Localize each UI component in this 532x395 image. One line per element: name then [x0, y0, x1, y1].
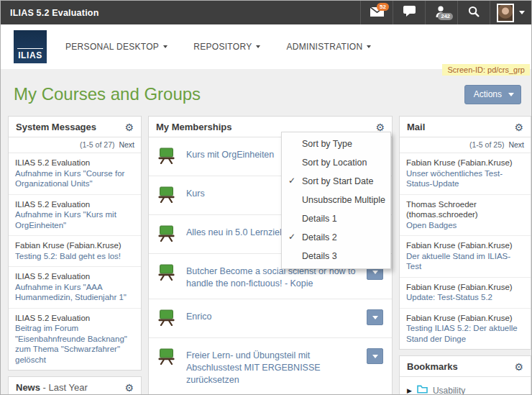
- course-link[interactable]: Enrico: [186, 309, 356, 323]
- item-subject-link[interactable]: Aufnahme in Kurs "Course for Organizatio…: [15, 168, 134, 189]
- mail-count-badge: 52: [377, 3, 389, 11]
- nav-label: REPOSITORY: [193, 42, 252, 52]
- top-bar-actions: 52 242: [360, 1, 531, 24]
- search-icon: [468, 6, 480, 20]
- list-item: Fabian Kruse (Fabian.Kruse) Unser wöchen…: [400, 153, 531, 195]
- page-title: My Courses and Groups: [14, 84, 201, 104]
- item-subject-link[interactable]: Testing 5.2: Bald geht es los!: [15, 251, 134, 262]
- panel-title: Bookmarks: [407, 361, 458, 372]
- page-header: My Courses and Groups Actions: [1, 69, 531, 116]
- memberships-context-menu: Sort by Type Sort by Location ✓Sort by S…: [281, 132, 391, 269]
- list-item: Fabian Kruse (Fabian.Kruse) Testing ILIA…: [400, 309, 531, 350]
- chat-button[interactable]: [393, 1, 425, 24]
- course-link[interactable]: Freier Lern- und Übungsteil mit Abschlus…: [186, 348, 356, 386]
- gear-icon[interactable]: ⚙: [514, 362, 523, 372]
- item-subject-link[interactable]: Beitrag im Forum "Eisenbahnfreunde Backn…: [15, 323, 134, 365]
- mail-subject-link[interactable]: Der aktuelle Stand im ILIAS-Test: [406, 251, 524, 272]
- menu-item-sort-by-location[interactable]: Sort by Location: [282, 153, 390, 172]
- next-link[interactable]: Next: [119, 140, 134, 149]
- chevron-down-icon: [508, 93, 514, 96]
- check-icon: ✓: [288, 176, 295, 186]
- course-icon: [157, 348, 175, 368]
- menu-item-sort-by-start-date[interactable]: ✓Sort by Start Date: [282, 172, 390, 191]
- list-item: ILIAS 5.2 Evaluation Aufnahme in Kurs "K…: [9, 195, 141, 237]
- left-column: System Messages ⚙ (1-5 of 27) Next ILIAS…: [8, 116, 142, 395]
- next-link[interactable]: Next: [508, 140, 524, 149]
- list-item: Fabian Kruse (Fabian.Kruse) Der aktuelle…: [400, 236, 531, 278]
- menu-item-details-2[interactable]: ✓Details 2: [282, 228, 390, 247]
- panel-title: News - Last Year: [16, 382, 88, 393]
- nav-repository[interactable]: REPOSITORY: [193, 42, 260, 52]
- pagination-range: (1-5 of 27): [80, 140, 114, 149]
- membership-row: Enrico: [149, 299, 392, 338]
- item-sender: ILIAS 5.2 Evaluation: [15, 271, 134, 282]
- who-is-online-button[interactable]: 242: [425, 1, 457, 24]
- item-subject-link[interactable]: Aufnahme in Kurs "AAA Humanmedizin, Stud…: [15, 282, 134, 303]
- list-item: ILIAS 5.2 Evaluation Aufnahme in Kurs "A…: [9, 267, 141, 309]
- menu-item-sort-by-type[interactable]: Sort by Type: [282, 135, 390, 153]
- actions-button[interactable]: Actions: [464, 85, 521, 104]
- list-item: Fabian Kruse (Fabian.Kruse) Update: Test…: [400, 278, 531, 309]
- nav-label: PERSONAL DESKTOP: [65, 42, 159, 52]
- dashboard-columns: System Messages ⚙ (1-5 of 27) Next ILIAS…: [1, 116, 531, 395]
- actions-label: Actions: [474, 89, 502, 99]
- chevron-down-icon: [372, 271, 378, 274]
- mail-sender: Fabian Kruse (Fabian.Kruse): [406, 282, 524, 293]
- mail-subject-link[interactable]: Unser wöchentliches Test-Status-Update: [406, 168, 524, 189]
- chat-icon: [403, 6, 416, 19]
- nav-personal-desktop[interactable]: PERSONAL DESKTOP: [65, 42, 168, 52]
- mail-button[interactable]: 52: [360, 1, 393, 24]
- item-sender: ILIAS 5.2 Evaluation: [15, 199, 134, 210]
- ilias-logo[interactable]: ILIAS: [14, 30, 47, 63]
- mail-sender: Fabian Kruse (Fabian.Kruse): [406, 313, 524, 324]
- menu-item-details-3[interactable]: Details 3: [282, 247, 390, 265]
- membership-row: Freier Lern- und Übungsteil mit Abschlus…: [149, 338, 392, 395]
- chevron-down-icon: [256, 45, 260, 48]
- mail-subject-link[interactable]: Open Badges: [406, 220, 524, 231]
- system-messages-panel: System Messages ⚙ (1-5 of 27) Next ILIAS…: [8, 116, 142, 371]
- course-icon: [157, 309, 175, 329]
- mail-subject-link[interactable]: Testing ILIAS 5.2: Der aktuelle Stand de…: [406, 323, 524, 344]
- list-item: ILIAS 5.2 Evaluation Beitrag im Forum "E…: [9, 309, 141, 371]
- list-item: Fabian Kruse (Fabian.Kruse) Testing 5.2:…: [9, 236, 141, 267]
- bookmark-folder-link[interactable]: Usability: [433, 383, 465, 395]
- ilias-window: ILIAS 5.2 Evaluation 52 242: [0, 0, 532, 395]
- screen-id-badge: Screen-ID: pd/crs_grp: [442, 64, 530, 76]
- item-subject-link[interactable]: Aufnahme in Kurs "Kurs mit OrgEinheiten": [15, 209, 134, 230]
- folder-icon: [417, 383, 428, 395]
- online-count-badge: 242: [438, 13, 453, 21]
- chevron-down-icon: [372, 316, 378, 319]
- nav-administration[interactable]: ADMINISTRATION: [286, 42, 371, 52]
- main-nav: ILIAS PERSONAL DESKTOP REPOSITORY ADMINI…: [1, 24, 531, 69]
- gear-icon[interactable]: ⚙: [375, 122, 385, 132]
- mail-subject-link[interactable]: Update: Test-Status 5.2: [406, 292, 524, 303]
- list-item: Thomas Schroeder (thomas.schroeder) Open…: [400, 195, 531, 237]
- bookmark-folder-row: ▶ Usability: [407, 383, 523, 395]
- middle-column: My Memberships ⚙ Sort by Type Sort by Lo…: [148, 116, 393, 395]
- chevron-down-icon: [372, 355, 378, 358]
- gear-icon[interactable]: ⚙: [124, 122, 134, 132]
- chevron-down-icon: [163, 45, 168, 48]
- menu-item-details-1[interactable]: Details 1: [282, 209, 390, 228]
- list-item: ILIAS 5.2 Evaluation Aufnahme in Kurs "C…: [9, 153, 141, 195]
- my-memberships-panel: My Memberships ⚙ Sort by Type Sort by Lo…: [148, 116, 393, 395]
- mail-sender: Thomas Schroeder (thomas.schroeder): [406, 199, 524, 220]
- mail-panel: Mail ⚙ (1-5 of 25) Next Fabian Kruse (Fa…: [399, 116, 531, 350]
- row-actions-button[interactable]: [367, 348, 383, 364]
- user-menu-button[interactable]: [490, 1, 531, 24]
- course-icon: [157, 264, 175, 283]
- menu-item-unsubscribe-multiple[interactable]: Unsubscribe Multiple: [282, 191, 390, 209]
- gear-icon[interactable]: ⚙: [124, 383, 134, 393]
- top-bar: ILIAS 5.2 Evaluation 52 242: [1, 1, 531, 24]
- gear-icon[interactable]: ⚙: [514, 122, 523, 132]
- course-icon: [157, 186, 175, 206]
- row-actions-button[interactable]: [367, 309, 383, 325]
- panel-title: System Messages: [16, 122, 96, 132]
- panel-title: Mail: [407, 122, 425, 132]
- pagination: (1-5 of 27) Next: [9, 137, 141, 153]
- search-button[interactable]: [457, 1, 490, 24]
- nav-label: ADMINISTRATION: [286, 42, 362, 52]
- pagination: (1-5 of 25) Next: [400, 137, 531, 153]
- mail-sender: Fabian Kruse (Fabian.Kruse): [406, 240, 524, 251]
- expand-arrow-icon[interactable]: ▶: [407, 383, 412, 395]
